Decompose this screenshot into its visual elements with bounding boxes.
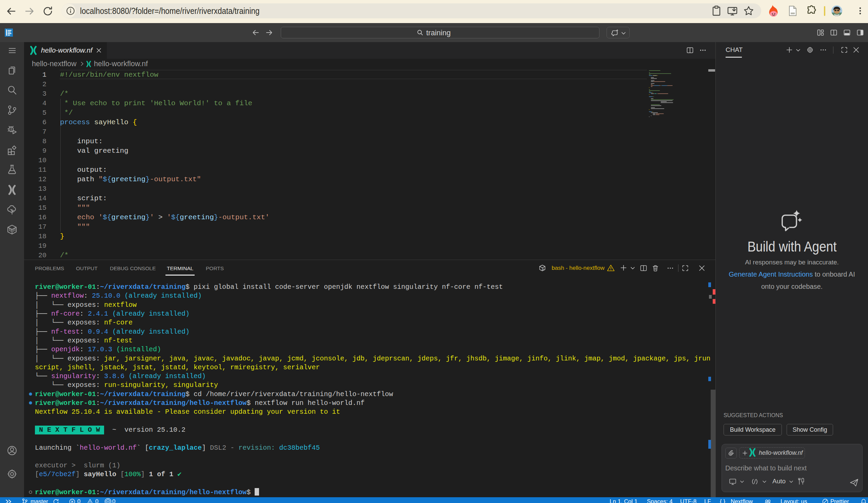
svg-text:$: $: [543, 268, 544, 271]
